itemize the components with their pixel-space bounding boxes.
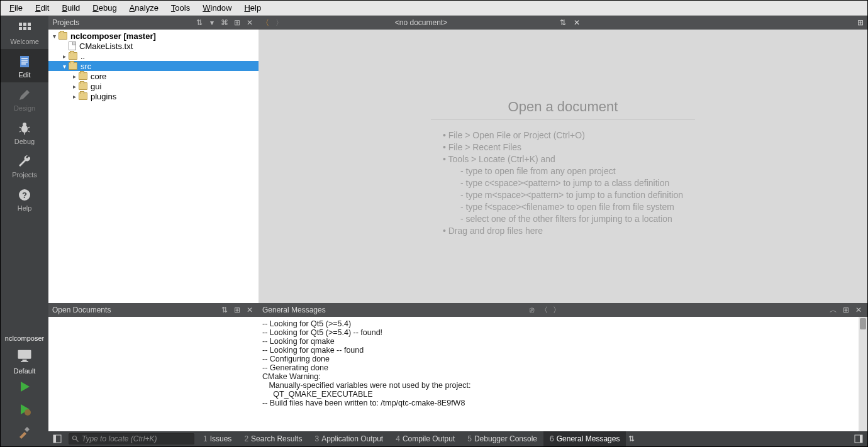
expander-icon[interactable]: ▾ (51, 33, 57, 40)
kit-selector[interactable] (16, 347, 33, 366)
kit-config-label: Default (14, 367, 36, 375)
svg-rect-1 (23, 23, 26, 26)
close-pane-icon[interactable]: ✕ (854, 305, 864, 315)
doc-title[interactable]: <no document> (286, 18, 556, 27)
expander-icon[interactable]: ▸ (61, 53, 67, 60)
placeholder-subline: type f<space><filename> to open file fro… (443, 202, 683, 212)
mode-welcome[interactable]: Welcome (1, 16, 48, 49)
tab-application-output[interactable]: 3Application Output (308, 431, 389, 446)
menu-analyze[interactable]: Analyze (123, 2, 165, 14)
split-icon[interactable]: ⊞ (232, 305, 242, 315)
menu-build[interactable]: Build (55, 2, 86, 14)
mode-projects-label: Projects (12, 171, 37, 179)
prev-icon[interactable]: 〈 (539, 305, 549, 315)
mode-debug[interactable]: Debug (1, 116, 48, 149)
placeholder-subline: type to open file from any open project (443, 166, 683, 176)
link-icon[interactable]: ⌘ (220, 18, 230, 28)
tab-debugger-console[interactable]: 5Debugger Console (461, 431, 543, 446)
menu-edit[interactable]: Edit (29, 2, 55, 14)
updown-icon[interactable]: ⇅ (556, 18, 570, 27)
wrench-icon (17, 154, 32, 169)
expander-icon[interactable]: ▸ (71, 93, 77, 100)
log-line: -- Configuring done (262, 355, 864, 363)
project-tree[interactable]: ▾ nclcomposer [master] CMakeLists.txt ▸ … (48, 30, 259, 303)
general-messages-pane: General Messages ⎚ 〈 〉 ︿ ⊞ ✕ -- Looking … (259, 303, 867, 431)
menu-help[interactable]: Help (238, 2, 267, 14)
toggle-right-sidebar-icon[interactable] (850, 431, 867, 446)
general-messages-header: General Messages ⎚ 〈 〉 ︿ ⊞ ✕ (259, 303, 867, 317)
next-icon[interactable]: 〉 (552, 305, 562, 315)
tree-root[interactable]: ▾ nclcomposer [master] (48, 31, 259, 41)
expander-icon[interactable]: ▸ (71, 83, 77, 90)
log-line: QT_QMAKE_EXECUTABLE (262, 390, 864, 399)
run-debug-button[interactable] (17, 402, 32, 418)
mode-help[interactable]: ? Help (1, 182, 48, 216)
menu-file[interactable]: File (3, 2, 29, 14)
log-line: -- Looking for qmake -- found (262, 346, 864, 355)
tab-search-results[interactable]: 2Search Results (238, 431, 308, 446)
tab-label: Issues (210, 434, 232, 443)
tree-file-cmakelists[interactable]: CMakeLists.txt (48, 41, 259, 51)
toggle-sidebar-icon[interactable] (48, 431, 66, 446)
svg-rect-8 (21, 60, 28, 61)
updown-icon[interactable]: ⇅ (220, 305, 230, 315)
filter-icon[interactable]: ⎚ (526, 305, 537, 315)
updown-icon[interactable]: ⇅ (194, 18, 204, 28)
svg-point-21 (73, 436, 77, 440)
placeholder-subline: type c<space><pattern> to jump to a clas… (443, 178, 683, 188)
tree-src[interactable]: ▾ src (48, 61, 259, 71)
projects-pane-title: Projects (52, 18, 192, 27)
nav-forward-icon[interactable]: 〉 (272, 18, 286, 28)
chevron-up-icon[interactable]: ︿ (828, 305, 838, 315)
tree-core[interactable]: ▸ core (48, 71, 259, 81)
locator-placeholder: Type to locate (Ctrl+K) (82, 434, 157, 443)
open-documents-title: Open Documents (52, 306, 217, 314)
tab-compile-output[interactable]: 4Compile Output (389, 431, 461, 446)
run-button[interactable] (17, 379, 32, 395)
play-icon (17, 379, 32, 394)
svg-rect-20 (53, 435, 56, 443)
tab-issues[interactable]: 1Issues (197, 431, 238, 446)
updown-icon[interactable]: ⇅ (626, 434, 637, 443)
scrollbar[interactable] (859, 317, 867, 431)
open-documents-header: Open Documents ⇅ ⊞ ✕ (48, 303, 259, 317)
close-pane-icon[interactable]: ✕ (245, 305, 255, 315)
tab-label: Debugger Console (474, 434, 537, 443)
tab-label: Application Output (321, 434, 383, 443)
placeholder-line: Drag and drop files here (443, 226, 683, 236)
mode-edit[interactable]: Edit (1, 49, 48, 82)
log-line: -- Build files have been written to: /tm… (262, 399, 864, 407)
filter-icon[interactable]: ▾ (207, 18, 217, 28)
question-icon: ? (17, 187, 32, 202)
menu-tools[interactable]: Tools (165, 2, 196, 14)
menu-debug[interactable]: Debug (86, 2, 123, 14)
build-button[interactable] (17, 424, 32, 441)
split-icon[interactable]: ⊞ (841, 305, 851, 315)
tree-src-label: src (79, 62, 91, 71)
close-pane-icon[interactable]: ✕ (245, 18, 255, 28)
mode-projects[interactable]: Projects (1, 149, 48, 182)
svg-line-22 (76, 439, 79, 442)
log-line: -- Generating done (262, 363, 864, 372)
divider (431, 119, 695, 119)
expander-icon[interactable]: ▾ (61, 63, 67, 70)
tree-plugins[interactable]: ▸ plugins (48, 91, 259, 101)
svg-rect-10 (21, 63, 26, 65)
svg-point-12 (23, 123, 26, 126)
split-editor-icon[interactable]: ⊞ (854, 18, 867, 27)
split-icon[interactable]: ⊞ (232, 18, 242, 28)
mode-debug-label: Debug (14, 138, 35, 145)
close-doc-icon[interactable]: ✕ (570, 18, 584, 27)
locator-input[interactable]: Type to locate (Ctrl+K) (69, 433, 194, 444)
svg-rect-17 (21, 361, 28, 362)
tree-gui[interactable]: ▸ gui (48, 81, 259, 91)
tab-general-messages[interactable]: 6General Messages (543, 431, 626, 446)
scrollbar-thumb[interactable] (860, 318, 866, 329)
tree-dotdot[interactable]: ▸ .. (48, 51, 259, 61)
pencil-icon (17, 87, 32, 102)
nav-back-icon[interactable]: 〈 (259, 18, 272, 28)
menu-window[interactable]: Window (196, 2, 238, 14)
messages-output[interactable]: -- Looking for Qt5 (>=5.4) -- Looking fo… (259, 317, 867, 431)
svg-rect-4 (23, 27, 26, 30)
expander-icon[interactable]: ▸ (71, 73, 77, 80)
